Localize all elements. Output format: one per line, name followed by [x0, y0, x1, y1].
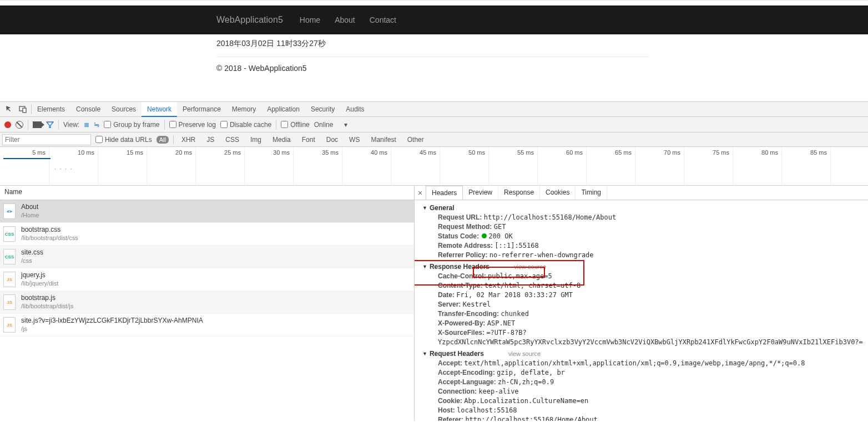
request-row[interactable]: site.css /css — [0, 246, 414, 268]
filter-all[interactable]: All — [157, 136, 169, 144]
header-row: Request Method: GET — [422, 222, 868, 232]
filter-xhr[interactable]: XHR — [178, 136, 199, 144]
header-row: Referrer Policy: no-referrer-when-downgr… — [422, 251, 868, 260]
header-key: Cache-Control: — [438, 272, 486, 280]
header-key: Referrer Policy: — [438, 251, 487, 259]
hide-data-urls-checkbox[interactable]: Hide data URLs — [95, 136, 152, 144]
detail-tab-cookies[interactable]: Cookies — [540, 186, 576, 200]
filter-bar: Hide data URLs All XHR JS CSS Img Media … — [0, 133, 868, 147]
header-value: http://localhost:55168/Home/About — [484, 213, 616, 221]
tab-audits[interactable]: Audits — [340, 102, 370, 117]
detail-tab-response[interactable]: Response — [498, 186, 540, 200]
timeline-tick: 30 ms — [244, 149, 293, 156]
request-name: bootstrap.css — [21, 226, 78, 234]
filter-ws[interactable]: WS — [346, 136, 363, 144]
header-value: zh-CN,zh;q=0.9 — [498, 378, 554, 386]
request-list: Name About /Home bootstrap.css /lib/boot… — [0, 186, 415, 421]
header-key: Host: — [438, 406, 455, 414]
device-icon[interactable] — [18, 104, 28, 114]
disable-cache-checkbox[interactable]: Disable cache — [220, 121, 271, 129]
svg-rect-1 — [23, 108, 26, 113]
section-general[interactable]: General — [422, 203, 868, 213]
timeline-tick: 10 ms — [49, 149, 98, 156]
offline-checkbox[interactable]: Offline — [281, 121, 309, 129]
filter-media[interactable]: Media — [269, 136, 294, 144]
nav-contact[interactable]: Contact — [370, 16, 396, 24]
detail-tab-preview[interactable]: Preview — [463, 186, 498, 200]
filter-manifest[interactable]: Manifest — [367, 136, 399, 144]
header-value: http://localhost:55168/Home/About — [465, 416, 597, 421]
header-key: Cookie: — [438, 397, 462, 405]
tab-security[interactable]: Security — [305, 102, 340, 117]
header-row: Cache-Control: public,max-age=5 — [422, 272, 868, 281]
header-value: 200 OK — [488, 232, 512, 240]
detail-tab-timing[interactable]: Timing — [576, 186, 607, 200]
file-icon — [3, 203, 16, 219]
tab-network[interactable]: Network — [142, 102, 177, 117]
tab-application[interactable]: Application — [261, 102, 305, 117]
preserve-log-checkbox[interactable]: Preserve log — [169, 121, 216, 129]
throttling-select[interactable]: Online▾ — [314, 121, 348, 129]
clear-button[interactable] — [16, 121, 23, 129]
filter-font[interactable]: Font — [299, 136, 319, 144]
header-value: localhost:55168 — [457, 406, 517, 414]
request-row[interactable]: bootstrap.css /lib/bootstrap/dist/css — [0, 223, 414, 246]
timeline-dots: · · · · — [54, 166, 73, 172]
header-key: Date: — [438, 291, 455, 299]
request-row[interactable]: bootstrap.js /lib/bootstrap/dist/js — [0, 291, 414, 314]
header-row: X-Powered-By: ASP.NET — [422, 319, 868, 328]
screenshot-icon[interactable] — [33, 121, 42, 128]
header-row: Accept-Language: zh-CN,zh;q=0.9 — [422, 378, 868, 387]
tab-performance[interactable]: Performance — [177, 102, 226, 117]
brand-link[interactable]: WebApplication5 — [216, 15, 283, 25]
filter-input[interactable] — [2, 134, 91, 145]
request-row[interactable]: About /Home — [0, 200, 414, 223]
request-path: /js — [21, 325, 203, 333]
filter-doc[interactable]: Doc — [323, 136, 341, 144]
view-source-request[interactable]: view source — [508, 349, 541, 359]
header-key: Remote Address: — [438, 242, 493, 249]
request-list-header[interactable]: Name — [0, 186, 414, 200]
nav-about[interactable]: About — [335, 16, 355, 24]
section-request-headers[interactable]: Request Headers view source — [422, 349, 868, 359]
record-button[interactable] — [4, 121, 11, 128]
view-large-icon[interactable]: ≣ — [84, 121, 89, 129]
filter-icon[interactable] — [46, 121, 54, 129]
close-details-button[interactable]: × — [415, 189, 426, 197]
tab-memory[interactable]: Memory — [226, 102, 261, 117]
timeline-tick: 85 ms — [781, 149, 830, 156]
browser-address-bar[interactable] — [0, 0, 868, 6]
tab-elements[interactable]: Elements — [32, 102, 70, 117]
header-key: Request URL: — [438, 213, 482, 221]
filter-other[interactable]: Other — [404, 136, 427, 144]
section-response-headers[interactable]: Response Headers view source — [422, 262, 868, 272]
view-waterfall-icon[interactable]: ≒ — [94, 121, 99, 129]
request-name: site.css — [21, 248, 43, 257]
group-by-frame-checkbox[interactable]: Group by frame — [104, 121, 159, 129]
header-row: Transfer-Encoding: chunked — [422, 309, 868, 319]
request-path: /lib/bootstrap/dist/js — [21, 302, 73, 310]
detail-tab-headers[interactable]: Headers — [426, 186, 463, 200]
request-row[interactable]: jquery.js /lib/jquery/dist — [0, 268, 414, 291]
header-row: Referer: http://localhost:55168/Home/Abo… — [422, 415, 868, 421]
header-row: Remote Address: [::1]:55168 — [422, 241, 868, 251]
request-path: /lib/jquery/dist — [21, 279, 58, 288]
filter-css[interactable]: CSS — [222, 136, 243, 144]
devtools-tab-bar: Elements Console Sources Network Perform… — [0, 101, 868, 117]
header-value: gzip, deflate, br — [497, 369, 565, 376]
site-navbar: WebApplication5 Home About Contact — [0, 6, 868, 34]
nav-home[interactable]: Home — [300, 16, 320, 24]
tab-console[interactable]: Console — [70, 102, 106, 117]
request-row[interactable]: site.js?v=ji3-lxbEzYWjzzLCGkF1KDjrT2jLbb… — [0, 314, 414, 337]
filter-js[interactable]: JS — [203, 136, 218, 144]
network-timeline[interactable]: 5 ms10 ms15 ms20 ms25 ms30 ms35 ms40 ms4… — [0, 147, 868, 186]
header-value: Fri, 02 Mar 2018 03:33:27 GMT — [456, 291, 573, 299]
header-key: Transfer-Encoding: — [438, 310, 499, 318]
timeline-tick: 80 ms — [733, 149, 781, 156]
view-source-response[interactable]: view source — [514, 262, 546, 272]
inspect-icon[interactable] — [4, 104, 14, 114]
tab-sources[interactable]: Sources — [106, 102, 142, 117]
filter-img[interactable]: Img — [247, 136, 265, 144]
timeline-tick: 70 ms — [635, 149, 684, 156]
timeline-tick: 60 ms — [537, 149, 586, 156]
